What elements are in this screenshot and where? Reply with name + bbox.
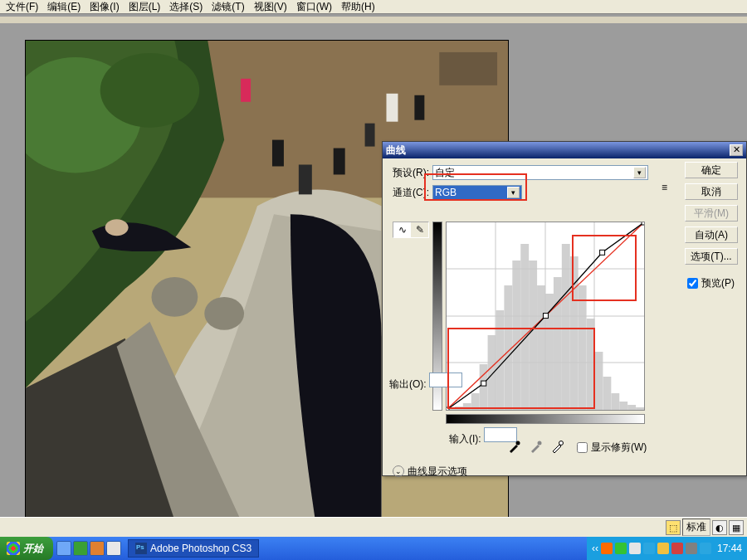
menu-view[interactable]: 视图(V) — [251, 0, 290, 15]
show-clipping-checkbox[interactable]: 显示修剪(W) — [577, 441, 647, 455]
svg-point-52 — [538, 441, 542, 446]
svg-rect-10 — [365, 124, 375, 147]
screen-mode-label[interactable]: 标准 — [682, 519, 710, 536]
svg-rect-14 — [439, 52, 497, 85]
output-value[interactable] — [429, 373, 462, 387]
curve-pencil-icon[interactable]: ✎ — [411, 222, 428, 237]
svg-rect-38 — [636, 407, 644, 410]
svg-rect-9 — [334, 149, 345, 175]
windows-icon — [7, 542, 20, 555]
svg-rect-17 — [463, 403, 471, 410]
svg-point-53 — [559, 441, 564, 446]
svg-rect-33 — [595, 352, 603, 410]
cancel-button[interactable]: 取消 — [685, 183, 738, 200]
auto-button[interactable]: 自动(A) — [685, 226, 738, 243]
chevron-down-icon: ▾ — [633, 167, 646, 178]
channel-value: RGB — [435, 187, 456, 198]
dialog-title: 曲线 — [386, 144, 730, 158]
menu-select[interactable]: 选择(S) — [166, 0, 206, 15]
tray-icon[interactable] — [615, 543, 627, 554]
svg-rect-8 — [299, 164, 312, 194]
svg-rect-30 — [570, 256, 579, 410]
taskbar: 开始 Adobe Photoshop CS3 ‹‹ 17:44 — [0, 537, 747, 560]
svg-rect-37 — [627, 405, 636, 410]
app-icon[interactable] — [90, 541, 105, 556]
svg-point-13 — [105, 219, 129, 236]
tray-icon[interactable] — [657, 543, 669, 554]
tray-icon[interactable] — [601, 543, 613, 554]
start-button[interactable]: 开始 — [0, 537, 53, 560]
svg-rect-21 — [496, 310, 505, 410]
clock[interactable]: 17:44 — [717, 543, 742, 554]
menu-image[interactable]: 图像(I) — [86, 0, 122, 15]
show-clipping-input[interactable] — [577, 442, 588, 453]
preview-input[interactable] — [687, 278, 698, 289]
menu-help[interactable]: 帮助(H) — [338, 0, 378, 15]
status-icon[interactable]: ⬚ — [666, 520, 681, 535]
svg-rect-22 — [504, 285, 512, 410]
curve-point-icon[interactable]: ∿ — [393, 222, 411, 237]
black-eyedropper-icon[interactable] — [507, 439, 522, 454]
svg-rect-12 — [414, 95, 424, 120]
tray-icon[interactable] — [671, 543, 683, 554]
preview-checkbox[interactable]: 预览(P) — [687, 276, 735, 290]
options-button[interactable]: 选项(T)... — [685, 248, 738, 265]
svg-rect-47 — [481, 381, 486, 386]
svg-point-4 — [151, 277, 198, 317]
svg-rect-11 — [387, 94, 398, 122]
svg-rect-31 — [579, 285, 587, 410]
dialog-titlebar[interactable]: 曲线 ✕ — [383, 142, 746, 158]
taskbar-task[interactable]: Adobe Photoshop CS3 — [128, 539, 259, 558]
expand-icon: ⌄ — [393, 465, 404, 477]
tray-icon[interactable] — [629, 543, 641, 554]
svg-rect-34 — [603, 377, 611, 410]
ie-icon[interactable] — [56, 541, 71, 556]
tray-icon[interactable] — [643, 543, 655, 554]
menu-edit[interactable]: 编辑(E) — [44, 0, 84, 15]
status-bar: ⬚ 标准 ◐ ▦ — [0, 517, 747, 537]
svg-rect-26 — [537, 285, 545, 410]
svg-rect-18 — [471, 393, 480, 410]
tray-expand-icon[interactable]: ‹‹ — [592, 543, 598, 554]
earth-icon[interactable] — [73, 541, 88, 556]
svg-rect-16 — [455, 407, 463, 410]
svg-rect-50 — [642, 222, 644, 225]
white-eyedropper-icon[interactable] — [550, 439, 565, 454]
svg-rect-48 — [543, 314, 548, 319]
svg-rect-6 — [241, 79, 251, 102]
tray-icon[interactable] — [686, 543, 697, 554]
curves-graph-area — [432, 222, 647, 411]
chevron-down-icon: ▾ — [507, 187, 520, 198]
mode-icon[interactable]: ▦ — [729, 520, 744, 535]
svg-rect-36 — [619, 402, 627, 410]
preset-dropdown[interactable]: 自定 ▾ — [432, 165, 648, 180]
svg-rect-49 — [600, 250, 605, 255]
desktop-icon[interactable] — [106, 541, 121, 556]
dialog-button-column: 确定 取消 平滑(M) 自动(A) 选项(T)... — [685, 162, 738, 265]
svg-rect-32 — [587, 319, 595, 410]
menu-layer[interactable]: 图层(L) — [125, 0, 164, 15]
svg-rect-23 — [512, 261, 520, 410]
svg-rect-19 — [480, 364, 488, 410]
preset-label: 预设(R): — [389, 166, 429, 180]
svg-rect-28 — [554, 277, 562, 410]
display-options-expander[interactable]: ⌄ 曲线显示选项 — [393, 462, 467, 480]
system-tray: ‹‹ 17:44 — [587, 537, 747, 560]
menu-window[interactable]: 窗口(W) — [293, 0, 335, 15]
ok-button[interactable]: 确定 — [685, 162, 738, 178]
menu-filter[interactable]: 滤镜(T) — [208, 0, 247, 15]
input-gradient — [446, 414, 645, 424]
smooth-button[interactable]: 平滑(M) — [685, 205, 738, 222]
tray-icon[interactable] — [700, 543, 711, 554]
menu-file[interactable]: 文件(F) — [2, 0, 42, 15]
svg-point-51 — [516, 441, 520, 446]
curves-dialog: 曲线 ✕ 预设(R): 自定 ▾ ≡ 通道(C): RGB ▾ ∿ ✎ — [382, 141, 747, 476]
channel-dropdown[interactable]: RGB ▾ — [432, 185, 522, 200]
mode-icon[interactable]: ◐ — [712, 520, 727, 535]
gray-eyedropper-icon[interactable] — [529, 439, 544, 454]
eyedropper-tools — [507, 439, 565, 454]
preset-menu-icon[interactable]: ≡ — [662, 182, 667, 193]
curve-tool-toggle[interactable]: ∿ ✎ — [393, 222, 429, 238]
curves-graph[interactable] — [446, 222, 645, 411]
close-button[interactable]: ✕ — [730, 144, 743, 156]
